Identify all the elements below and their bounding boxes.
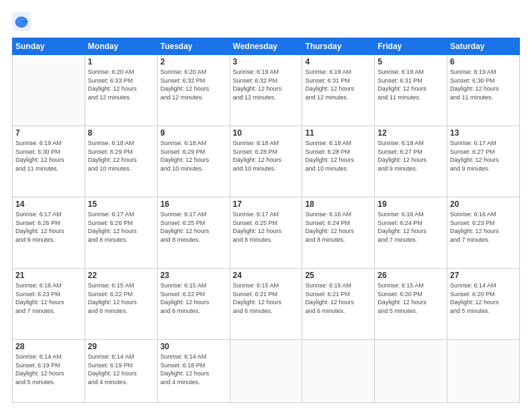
calendar-cell: 19Sunrise: 6:16 AM Sunset: 6:24 PM Dayli… <box>375 197 447 269</box>
day-info: Sunrise: 6:17 AM Sunset: 6:25 PM Dayligh… <box>161 210 227 244</box>
day-info: Sunrise: 6:15 AM Sunset: 6:21 PM Dayligh… <box>305 281 371 315</box>
day-info: Sunrise: 6:15 AM Sunset: 6:21 PM Dayligh… <box>233 281 300 315</box>
calendar-week-5: 28Sunrise: 6:14 AM Sunset: 6:19 PM Dayli… <box>13 340 520 403</box>
day-number: 16 <box>161 199 227 209</box>
calendar-week-2: 7Sunrise: 6:19 AM Sunset: 6:30 PM Daylig… <box>13 126 520 197</box>
day-info: Sunrise: 6:17 AM Sunset: 6:27 PM Dayligh… <box>450 139 517 173</box>
calendar-cell: 16Sunrise: 6:17 AM Sunset: 6:25 PM Dayli… <box>157 197 230 269</box>
header <box>12 12 520 31</box>
calendar-cell: 1Sunrise: 6:20 AM Sunset: 6:33 PM Daylig… <box>85 55 157 126</box>
calendar-cell: 23Sunrise: 6:15 AM Sunset: 6:22 PM Dayli… <box>157 269 230 340</box>
calendar-cell <box>302 340 375 403</box>
calendar-dow-wednesday: Wednesday <box>230 38 302 55</box>
calendar-week-3: 14Sunrise: 6:17 AM Sunset: 6:26 PM Dayli… <box>13 197 520 269</box>
calendar-cell: 9Sunrise: 6:18 AM Sunset: 6:29 PM Daylig… <box>157 126 230 197</box>
day-info: Sunrise: 6:14 AM Sunset: 6:19 PM Dayligh… <box>15 353 82 386</box>
day-info: Sunrise: 6:17 AM Sunset: 6:26 PM Dayligh… <box>88 210 154 244</box>
day-number: 4 <box>305 57 371 66</box>
day-info: Sunrise: 6:18 AM Sunset: 6:27 PM Dayligh… <box>378 139 444 173</box>
calendar-cell: 28Sunrise: 6:14 AM Sunset: 6:19 PM Dayli… <box>13 340 85 403</box>
page: SundayMondayTuesdayWednesdayThursdayFrid… <box>0 0 532 411</box>
day-number: 7 <box>15 128 82 138</box>
calendar-cell <box>230 340 302 403</box>
day-info: Sunrise: 6:16 AM Sunset: 6:24 PM Dayligh… <box>305 210 371 244</box>
calendar-table: SundayMondayTuesdayWednesdayThursdayFrid… <box>12 38 520 403</box>
calendar-cell: 17Sunrise: 6:17 AM Sunset: 6:25 PM Dayli… <box>230 197 302 269</box>
calendar-cell: 25Sunrise: 6:15 AM Sunset: 6:21 PM Dayli… <box>302 269 375 340</box>
calendar-cell: 15Sunrise: 6:17 AM Sunset: 6:26 PM Dayli… <box>85 197 157 269</box>
day-info: Sunrise: 6:15 AM Sunset: 6:20 PM Dayligh… <box>378 281 444 315</box>
day-info: Sunrise: 6:19 AM Sunset: 6:32 PM Dayligh… <box>233 68 300 101</box>
day-info: Sunrise: 6:19 AM Sunset: 6:30 PM Dayligh… <box>15 139 82 173</box>
day-info: Sunrise: 6:14 AM Sunset: 6:19 PM Dayligh… <box>88 353 154 386</box>
day-number: 18 <box>305 199 371 209</box>
day-number: 24 <box>233 271 300 280</box>
day-info: Sunrise: 6:20 AM Sunset: 6:32 PM Dayligh… <box>161 68 227 101</box>
day-number: 1 <box>88 57 154 66</box>
day-number: 2 <box>161 57 227 66</box>
calendar-week-1: 1Sunrise: 6:20 AM Sunset: 6:33 PM Daylig… <box>13 55 520 126</box>
day-number: 30 <box>161 342 227 351</box>
calendar-cell: 20Sunrise: 6:16 AM Sunset: 6:23 PM Dayli… <box>447 197 520 269</box>
day-number: 29 <box>88 342 154 351</box>
day-number: 25 <box>305 271 371 280</box>
calendar-cell <box>375 340 447 403</box>
calendar-cell: 26Sunrise: 6:15 AM Sunset: 6:20 PM Dayli… <box>375 269 447 340</box>
calendar-cell: 14Sunrise: 6:17 AM Sunset: 6:26 PM Dayli… <box>13 197 85 269</box>
day-number: 12 <box>378 128 444 138</box>
calendar-cell: 7Sunrise: 6:19 AM Sunset: 6:30 PM Daylig… <box>13 126 85 197</box>
day-info: Sunrise: 6:19 AM Sunset: 6:31 PM Dayligh… <box>305 68 371 101</box>
day-number: 11 <box>305 128 371 138</box>
calendar-cell: 3Sunrise: 6:19 AM Sunset: 6:32 PM Daylig… <box>230 55 302 126</box>
calendar-cell: 13Sunrise: 6:17 AM Sunset: 6:27 PM Dayli… <box>447 126 520 197</box>
calendar-dow-saturday: Saturday <box>447 38 520 55</box>
day-info: Sunrise: 6:16 AM Sunset: 6:23 PM Dayligh… <box>15 281 82 315</box>
calendar-dow-tuesday: Tuesday <box>157 38 230 55</box>
day-info: Sunrise: 6:18 AM Sunset: 6:28 PM Dayligh… <box>233 139 300 173</box>
calendar-dow-monday: Monday <box>85 38 157 55</box>
calendar-cell <box>447 340 520 403</box>
calendar-cell: 18Sunrise: 6:16 AM Sunset: 6:24 PM Dayli… <box>302 197 375 269</box>
day-info: Sunrise: 6:14 AM Sunset: 6:18 PM Dayligh… <box>161 353 227 386</box>
calendar-cell: 6Sunrise: 6:19 AM Sunset: 6:30 PM Daylig… <box>447 55 520 126</box>
day-info: Sunrise: 6:17 AM Sunset: 6:26 PM Dayligh… <box>15 210 82 244</box>
calendar-cell: 2Sunrise: 6:20 AM Sunset: 6:32 PM Daylig… <box>157 55 230 126</box>
day-number: 23 <box>161 271 227 280</box>
calendar-header-row: SundayMondayTuesdayWednesdayThursdayFrid… <box>13 38 520 55</box>
calendar-cell: 21Sunrise: 6:16 AM Sunset: 6:23 PM Dayli… <box>13 269 85 340</box>
day-number: 14 <box>15 199 82 209</box>
calendar-cell: 11Sunrise: 6:18 AM Sunset: 6:28 PM Dayli… <box>302 126 375 197</box>
day-number: 26 <box>378 271 444 280</box>
day-number: 21 <box>15 271 82 280</box>
day-info: Sunrise: 6:17 AM Sunset: 6:25 PM Dayligh… <box>233 210 300 244</box>
calendar-cell: 27Sunrise: 6:14 AM Sunset: 6:20 PM Dayli… <box>447 269 520 340</box>
calendar-cell: 24Sunrise: 6:15 AM Sunset: 6:21 PM Dayli… <box>230 269 302 340</box>
day-info: Sunrise: 6:18 AM Sunset: 6:29 PM Dayligh… <box>161 139 227 173</box>
day-number: 17 <box>233 199 300 209</box>
day-number: 9 <box>161 128 227 138</box>
day-info: Sunrise: 6:15 AM Sunset: 6:22 PM Dayligh… <box>161 281 227 315</box>
day-number: 8 <box>88 128 154 138</box>
day-number: 6 <box>450 57 517 66</box>
calendar-cell: 22Sunrise: 6:15 AM Sunset: 6:22 PM Dayli… <box>85 269 157 340</box>
calendar-cell: 29Sunrise: 6:14 AM Sunset: 6:19 PM Dayli… <box>85 340 157 403</box>
logo <box>12 12 34 31</box>
calendar-dow-friday: Friday <box>375 38 447 55</box>
calendar-week-4: 21Sunrise: 6:16 AM Sunset: 6:23 PM Dayli… <box>13 269 520 340</box>
day-info: Sunrise: 6:19 AM Sunset: 6:31 PM Dayligh… <box>378 68 444 101</box>
day-info: Sunrise: 6:16 AM Sunset: 6:23 PM Dayligh… <box>450 210 517 244</box>
calendar-cell: 8Sunrise: 6:18 AM Sunset: 6:29 PM Daylig… <box>85 126 157 197</box>
day-info: Sunrise: 6:16 AM Sunset: 6:24 PM Dayligh… <box>378 210 444 244</box>
calendar-cell <box>13 55 85 126</box>
day-info: Sunrise: 6:18 AM Sunset: 6:29 PM Dayligh… <box>88 139 154 173</box>
day-info: Sunrise: 6:14 AM Sunset: 6:20 PM Dayligh… <box>450 281 517 315</box>
day-number: 22 <box>88 271 154 280</box>
calendar-dow-thursday: Thursday <box>302 38 375 55</box>
day-number: 15 <box>88 199 154 209</box>
day-number: 10 <box>233 128 300 138</box>
calendar-dow-sunday: Sunday <box>13 38 85 55</box>
day-number: 28 <box>15 342 82 351</box>
calendar-cell: 10Sunrise: 6:18 AM Sunset: 6:28 PM Dayli… <box>230 126 302 197</box>
day-number: 13 <box>450 128 517 138</box>
day-info: Sunrise: 6:15 AM Sunset: 6:22 PM Dayligh… <box>88 281 154 315</box>
